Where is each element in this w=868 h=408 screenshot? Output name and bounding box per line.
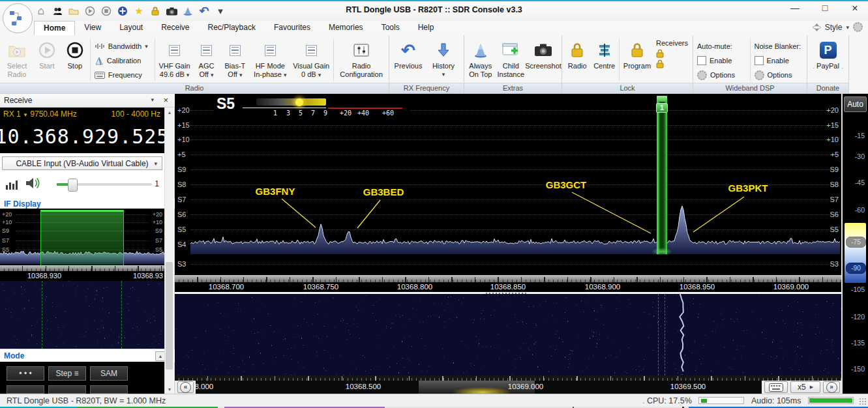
range-scale-tick: -105 [845, 285, 865, 293]
maximize-button[interactable]: □ [816, 3, 834, 14]
audio-device-select[interactable]: CABLE Input (VB-Audio Virtual Cable) ▾ [2, 156, 162, 170]
agc-button[interactable]: AGC Off ▾ [193, 36, 220, 83]
waterfall[interactable] [175, 294, 841, 375]
bias-t-button[interactable]: Bias-T Off ▾ [220, 36, 250, 83]
status-cpu: . CPU: 17.5% [642, 396, 692, 405]
scrollbar-thumb[interactable] [166, 262, 173, 370]
list-icon [230, 38, 241, 62]
navigate-right-button[interactable]: » [823, 381, 840, 393]
bandwidth-button[interactable]: Bandwidth ▾ [92, 39, 153, 53]
child-instance-button[interactable]: Child Instance [496, 36, 526, 83]
tab-help[interactable]: Help [409, 21, 443, 35]
volume-slider-thumb[interactable] [68, 179, 78, 192]
radio-configuration-button[interactable]: Radio Configuration [335, 36, 387, 83]
paypal-icon: P [820, 42, 837, 59]
frequency-button[interactable]: Frequency [92, 68, 153, 82]
previous-frequency-button[interactable]: ↶ Previous [391, 36, 426, 83]
resize-grip[interactable] [859, 398, 867, 405]
range-high-handle[interactable]: -75 [846, 237, 866, 248]
panel-close-icon[interactable]: × [163, 95, 168, 105]
volume-slider[interactable] [57, 183, 152, 186]
always-on-top-label: Always On Top [466, 62, 496, 79]
style-label: Style [825, 23, 843, 32]
screenshot-button[interactable]: Screenshot [526, 36, 560, 83]
calibration-button[interactable]: Calibration [92, 53, 153, 68]
tab-tools[interactable]: Tools [372, 21, 409, 35]
sdr-logo-icon [8, 8, 27, 28]
tuning-marker-cap [657, 96, 667, 102]
frequency-navigator[interactable]: 10368.00010368.50010369.00010369.500 « x… [175, 381, 841, 394]
always-on-top-button[interactable]: Always On Top [466, 36, 496, 83]
style-menu[interactable]: Style ▾ [813, 22, 863, 32]
range-low-handle[interactable]: -90 [846, 263, 866, 274]
ribbon-group-wideband-dsp: Auto-mute: Enable Options Noise Blanker:… [693, 35, 807, 93]
list-icon [265, 38, 276, 62]
close-button[interactable]: × [846, 3, 864, 14]
left-panel-scrollbar[interactable]: ▲ ▼ [164, 108, 173, 394]
x-axis-label: 10368.800 [397, 283, 432, 291]
tuning-marker[interactable] [657, 96, 667, 254]
lock-centre-button[interactable]: Centre [591, 36, 618, 83]
tab-layout[interactable]: Layout [110, 21, 152, 35]
vhf-gain-button[interactable]: VHF Gain 49.6 dB ▾ [157, 36, 193, 83]
mode-button-1[interactable]: • • • [7, 366, 44, 381]
noise-blanker-options[interactable]: Options [752, 68, 806, 82]
lock-radio-button[interactable]: Radio [563, 36, 591, 83]
spectrum-display[interactable]: +20+20+15+15+10+10+5+5S9S9S8S8S7S7S6S6S5… [175, 94, 841, 394]
waterfall-palette-gradient [845, 223, 866, 283]
settings-gear-icon[interactable] [853, 22, 863, 32]
paypal-button[interactable]: P . PayPal . [809, 36, 848, 70]
mode-button-2[interactable]: Step ≡ [48, 366, 86, 381]
visual-gain-button[interactable]: Visual Gain 0 dB ▾ [290, 36, 332, 83]
receive-panel-title: Receive [4, 96, 32, 105]
scroll-up-icon[interactable]: ▲ [165, 108, 174, 117]
hf-mode-button[interactable]: HF Mode In-phase ▾ [250, 36, 290, 83]
screenshot-label: Screenshot [525, 62, 561, 70]
if-passband-edge-line [42, 281, 42, 349]
tab-favourites[interactable]: Favourites [265, 21, 320, 35]
receiver-lock-icon[interactable] [656, 49, 664, 58]
group-label-radio: Radio [0, 83, 389, 93]
minimize-button[interactable]: — [786, 3, 804, 14]
tab-home[interactable]: Home [34, 21, 75, 35]
noise-blanker-checkbox[interactable] [755, 56, 764, 65]
vhf-gain-value: 49.6 dB ▾ [160, 70, 190, 80]
panel-collapse-caret-icon[interactable]: ▾ [151, 96, 154, 103]
tab-receive[interactable]: Receive [152, 21, 198, 35]
mode-button-partial[interactable] [48, 385, 86, 394]
if-passband-selection[interactable] [40, 210, 124, 265]
lock-program-button[interactable]: Program [621, 36, 653, 83]
range-scale-tick: -135 [845, 339, 865, 347]
lock-radio-label: Radio [568, 62, 587, 70]
history-button[interactable]: History ▾ [426, 36, 461, 83]
mode-button-3[interactable]: SAM [90, 366, 128, 381]
start-button[interactable]: Start [33, 36, 61, 83]
noise-blanker-enable[interactable]: Enable [752, 53, 806, 68]
zoom-level-button[interactable]: x5▶ [790, 381, 820, 393]
navigate-left-button[interactable]: « [177, 381, 194, 393]
speaker-icon[interactable] [25, 177, 40, 190]
group-label-extras: Extras [464, 83, 561, 93]
app-menu-button[interactable] [3, 3, 33, 33]
mode-button-partial[interactable] [7, 385, 44, 394]
y-axis-label: S6 [177, 211, 186, 218]
receiver-lock-icon[interactable] [656, 59, 664, 68]
select-radio-button[interactable]: Select Radio [1, 36, 33, 83]
auto-mute-options[interactable]: Options [695, 68, 749, 82]
if-spectrum[interactable]: +20+20+10+10S9S9S7S7S5S5S3S3 [0, 209, 164, 265]
smeter-unit-label: 5 [299, 109, 303, 117]
auto-range-button[interactable]: Auto [844, 96, 867, 112]
lock-icon [571, 38, 584, 62]
if-waterfall[interactable] [0, 281, 164, 349]
auto-mute-enable[interactable]: Enable [695, 53, 749, 68]
auto-mute-checkbox[interactable] [697, 56, 706, 65]
keyboard-entry-button[interactable] [764, 381, 788, 393]
scroll-down-icon[interactable]: ▼ [165, 385, 174, 394]
frequency-display[interactable]: 10.368.929.525 [0, 120, 164, 153]
stop-button[interactable]: Stop [61, 36, 89, 83]
tab-memories[interactable]: Memories [320, 21, 372, 35]
mode-button-partial[interactable] [90, 385, 128, 394]
tab-recplayback[interactable]: Rec/Playback [199, 21, 265, 35]
equalizer-icon[interactable] [5, 177, 18, 190]
tab-view[interactable]: View [75, 21, 110, 35]
